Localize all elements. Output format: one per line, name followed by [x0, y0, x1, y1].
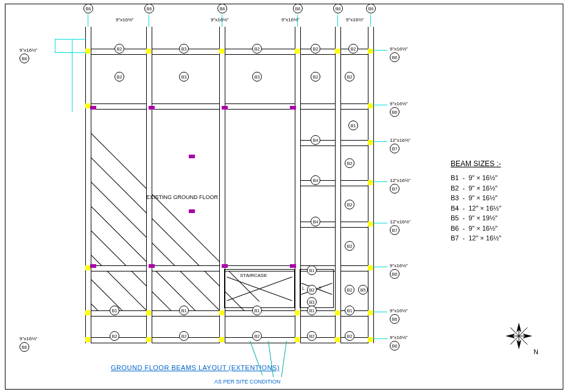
beam-mark-r: B6 — [390, 107, 400, 117]
beam-mark-top: B6 — [293, 4, 303, 13]
beam-mark-r: B7 — [390, 184, 400, 194]
existing-label: EXISTING GROUND FLOOR — [146, 194, 218, 200]
beam-mark: B4 — [311, 175, 320, 185]
beam-mark-r: B6 — [390, 341, 400, 351]
beam-mark: B2 — [307, 331, 317, 341]
beam-v — [368, 27, 374, 343]
dim-top: 9"x16½" — [346, 17, 364, 23]
beam-mark: B3 — [179, 72, 189, 82]
beam-mark: B2 — [252, 44, 262, 54]
beam-h — [85, 337, 372, 343]
beam-mark-top: B6 — [333, 4, 343, 13]
beam-mark: B5 — [358, 285, 368, 295]
beam-mark: B2 — [179, 331, 189, 341]
beam-mark: B2 — [345, 285, 354, 295]
beam-mark: B2 — [345, 72, 354, 82]
beam-mark: B2 — [110, 331, 119, 341]
beam-h — [85, 310, 372, 317]
beam-mark: B3 — [179, 44, 189, 54]
beam-mark-r: B6 — [390, 269, 400, 279]
beam-mark: B2 — [311, 72, 320, 82]
beam-h — [297, 140, 372, 146]
north-label: N — [534, 348, 538, 355]
beam-mark: B1 — [307, 306, 317, 315]
dim-top: 9"x16½" — [211, 17, 229, 23]
beam-mark-l: B6 — [19, 342, 29, 352]
beam-mark-r: B6 — [390, 314, 400, 324]
beam-mark-r: B6 — [390, 52, 400, 62]
beam-h — [85, 103, 372, 110]
beam-mark: B2 — [114, 44, 124, 54]
beam-mark: B2 — [307, 285, 317, 295]
beam-mark: B2 — [345, 200, 354, 209]
north-arrow-icon — [505, 323, 532, 349]
beam-mark: B3 — [252, 72, 262, 82]
beam-v — [335, 27, 341, 343]
beam-mark-top: B6 — [366, 4, 376, 13]
beam-mark: B1 — [179, 306, 189, 315]
beam-h — [297, 222, 372, 228]
beam-mark: B2 — [345, 241, 354, 251]
beam-mark: B2 — [114, 72, 124, 82]
beam-sizes-header: BEAM SIZES :- — [451, 158, 505, 169]
staircase-label: STAIRCASE — [240, 273, 267, 278]
beam-mark: B4 — [311, 217, 320, 226]
beam-v — [85, 27, 91, 343]
beam-mark: B2 — [345, 158, 354, 168]
beam-mark: B1 — [252, 306, 262, 315]
beam-mark: B1 — [110, 306, 119, 315]
beam-mark-top: B6 — [144, 4, 154, 13]
beam-mark: B1 — [345, 306, 354, 315]
note: AS PER SITE CONDITION — [214, 379, 281, 385]
beam-mark: B2 — [348, 44, 358, 54]
dim-top: 9"x16½" — [281, 17, 300, 23]
beam-mark: B4 — [311, 135, 320, 145]
beam-mark: B2 — [345, 331, 354, 341]
beam-v — [146, 27, 152, 343]
beam-h — [85, 49, 372, 55]
beam-mark: B1 — [307, 265, 317, 275]
drawing-title: GROUND FLOOR BEAMS LAYOUT (EXTENTIONS) — [111, 364, 280, 371]
beam-mark-r: B7 — [390, 225, 400, 235]
beam-mark-top: B6 — [217, 4, 227, 13]
beam-mark-r: B7 — [390, 144, 400, 153]
beam-h — [297, 180, 372, 186]
beam-mark: B1 — [348, 121, 358, 130]
beam-sizes-table: BEAM SIZES :- B1-9" × 16½" B2-9" × 16½" … — [451, 158, 505, 243]
beam-mark-top: B6 — [83, 4, 93, 13]
dim-top: 9"x16½" — [116, 17, 134, 23]
floor-plan: STAIRCASE L I F T B2 B3 B2 B2 B2 B2 B3 B… — [61, 27, 384, 349]
beam-mark: B2 — [311, 44, 320, 54]
beam-mark-l: B6 — [19, 54, 29, 63]
beam-mark: B2 — [252, 331, 262, 341]
